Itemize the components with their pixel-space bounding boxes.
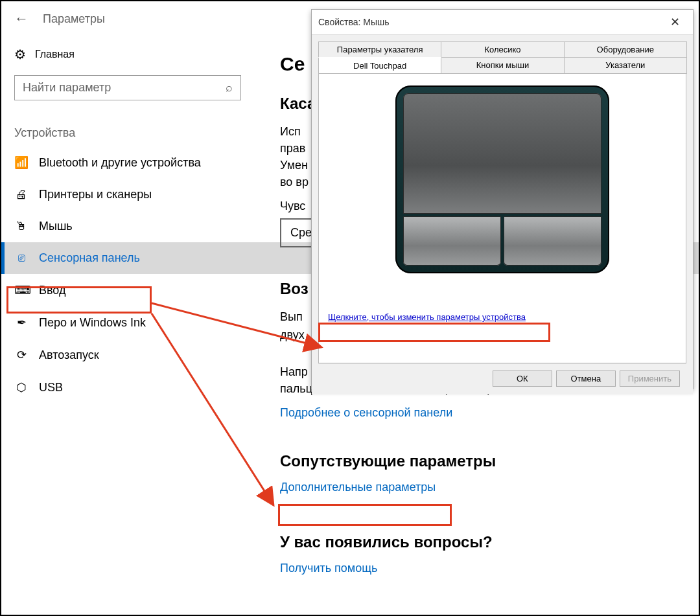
dialog-tab[interactable]: Указатели bbox=[564, 57, 687, 74]
dialog-tab[interactable]: Параметры указателя bbox=[318, 41, 441, 57]
touchpad-surface bbox=[403, 93, 601, 214]
nav-icon: 🖱 bbox=[14, 220, 29, 233]
nav-label: Мышь bbox=[39, 220, 73, 233]
nav-icon: ⌨ bbox=[14, 283, 29, 297]
section-questions: У вас появились вопросы? bbox=[280, 533, 692, 551]
dialog-tab[interactable]: Оборудование bbox=[564, 41, 687, 57]
apply-button[interactable]: Применить bbox=[620, 371, 680, 387]
touchpad-right-button bbox=[504, 216, 601, 266]
nav-icon: 📶 bbox=[14, 155, 29, 170]
link-additional-params[interactable]: Дополнительные параметры bbox=[280, 481, 692, 494]
touchpad-left-button bbox=[403, 216, 501, 266]
link-more-touchpad[interactable]: Подробнее о сенсорной панели bbox=[280, 406, 692, 420]
link-change-device-params[interactable]: Щелкните, чтобы изменить параметры устро… bbox=[328, 312, 526, 322]
cancel-button[interactable]: Отмена bbox=[556, 371, 616, 387]
dialog-tabs-row1: Параметры указателяКолесикоОборудование bbox=[318, 41, 686, 58]
nav-label: Сенсорная панель bbox=[39, 251, 140, 265]
search-input[interactable]: Найти параметр ⌕ bbox=[14, 75, 241, 100]
gear-icon: ⚙ bbox=[14, 47, 26, 62]
nav-label: Bluetooth и другие устройства bbox=[39, 156, 201, 170]
dialog-tab[interactable]: Колесико bbox=[441, 41, 564, 57]
dialog-tab-content: Щелкните, чтобы изменить параметры устро… bbox=[318, 74, 686, 363]
back-arrow-icon[interactable]: ← bbox=[14, 10, 29, 27]
section-related: Сопутствующие параметры bbox=[280, 452, 692, 470]
nav-icon: ⬡ bbox=[14, 380, 29, 394]
nav-label: Перо и Windows Ink bbox=[39, 316, 146, 330]
nav-icon: 🖨 bbox=[14, 188, 29, 201]
mouse-properties-dialog: Свойства: Мышь ✕ Параметры указателяКоле… bbox=[311, 9, 694, 389]
nav-label: USB bbox=[39, 381, 63, 394]
link-get-help[interactable]: Получить помощь bbox=[280, 562, 692, 575]
nav-icon: ✒ bbox=[14, 315, 29, 330]
nav-icon: ⟳ bbox=[14, 348, 29, 362]
nav-label: Ввод bbox=[39, 284, 65, 297]
nav-label: Принтеры и сканеры bbox=[39, 188, 152, 201]
ok-button[interactable]: ОК bbox=[493, 371, 552, 387]
dialog-tabs-row2: Dell TouchpadКнопки мышиУказатели bbox=[318, 58, 686, 74]
touchpad-image bbox=[395, 86, 609, 273]
window-title: Параметры bbox=[43, 12, 105, 26]
search-placeholder: Найти параметр bbox=[23, 81, 111, 95]
search-icon: ⌕ bbox=[226, 81, 233, 95]
dialog-title: Свойства: Мышь bbox=[318, 17, 390, 27]
close-icon[interactable]: ✕ bbox=[664, 14, 686, 30]
dialog-tab[interactable]: Dell Touchpad bbox=[318, 57, 441, 74]
nav-icon: ⎚ bbox=[14, 251, 29, 265]
nav-label: Автозапуск bbox=[39, 348, 99, 362]
dialog-tab[interactable]: Кнопки мыши bbox=[441, 57, 564, 74]
home-label[interactable]: Главная bbox=[35, 49, 75, 60]
